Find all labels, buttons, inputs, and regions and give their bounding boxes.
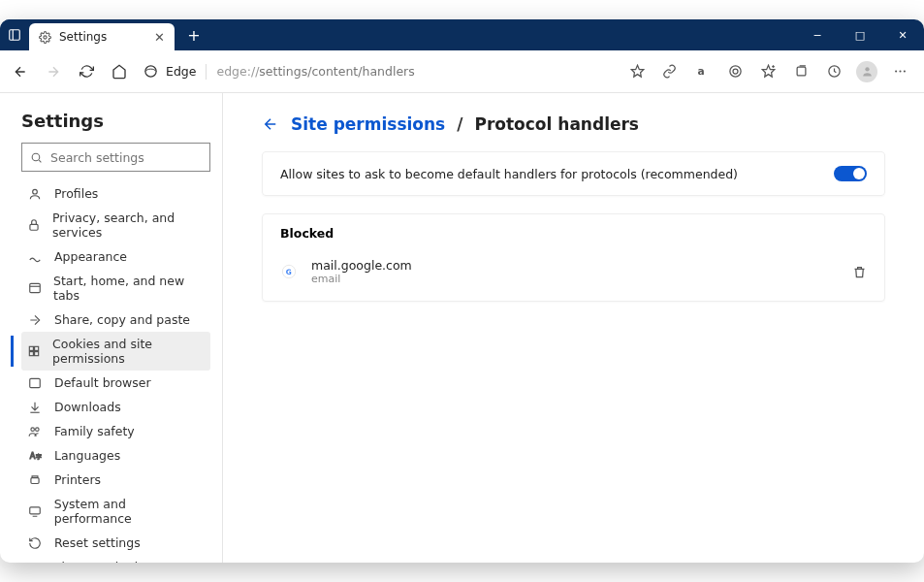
svg-rect-34 (30, 507, 41, 514)
sidebar-item-icon (27, 376, 43, 390)
main-panel: Site permissions / Protocol handlers All… (223, 93, 924, 563)
allow-handlers-toggle[interactable] (834, 166, 867, 181)
svg-point-3 (145, 66, 156, 77)
sidebar-item-icon (27, 473, 43, 487)
sidebar-item-family-safety[interactable]: Family safety (21, 419, 210, 443)
site-favicon: G (280, 263, 298, 280)
new-tab-button[interactable]: + (180, 21, 207, 48)
delete-site-button[interactable] (852, 265, 867, 279)
sidebar-item-icon (27, 344, 41, 358)
svg-point-7 (733, 69, 738, 74)
forward-button[interactable] (37, 55, 70, 88)
sidebar-item-label: Cookies and site permissions (52, 337, 205, 366)
sidebar-item-icon (27, 401, 43, 414)
svg-text:G: G (286, 268, 292, 276)
svg-text:A: A (30, 450, 36, 460)
sidebar-item-default-browser[interactable]: Default browser (21, 371, 210, 395)
extensions-icon[interactable] (718, 55, 751, 88)
sidebar-item-phone-and-other-devices[interactable]: Phone and other devices (21, 555, 210, 563)
more-menu-icon[interactable] (883, 55, 916, 88)
search-input[interactable] (21, 143, 210, 172)
sidebar-item-icon (27, 281, 42, 295)
favorites-icon[interactable] (751, 55, 784, 88)
sidebar-item-label: Privacy, search, and services (52, 210, 205, 240)
tab-title: Settings (59, 30, 107, 44)
sidebar-item-label: Share, copy and paste (54, 312, 190, 327)
breadcrumb-current: Protocol handlers (474, 114, 639, 134)
sidebar-item-label: Phone and other devices (54, 560, 205, 563)
favorites-star-icon[interactable] (630, 64, 645, 79)
blocked-section: Blocked Gmail.google.comemail (262, 213, 885, 302)
svg-point-6 (729, 66, 740, 77)
sidebar-item-label: Downloads (54, 400, 121, 414)
sidebar-item-label: Appearance (54, 249, 127, 264)
sidebar-item-icon (27, 536, 43, 550)
svg-point-20 (33, 189, 38, 194)
breadcrumb-link[interactable]: Site permissions (291, 114, 445, 134)
site-protocol: email (311, 273, 412, 285)
sidebar-item-icon (27, 425, 43, 438)
sidebar-title: Settings (21, 111, 210, 131)
svg-point-29 (31, 427, 35, 431)
sidebar-item-label: Family safety (54, 424, 135, 438)
site-host: mail.google.com (311, 258, 412, 273)
sidebar-item-share-copy-and-paste[interactable]: Share, copy and paste (21, 307, 210, 332)
gear-icon (39, 31, 51, 44)
profile-avatar[interactable] (850, 55, 883, 88)
content: Settings ProfilesPrivacy, search, and se… (0, 93, 924, 563)
close-tab-icon[interactable]: ✕ (154, 30, 165, 45)
svg-point-14 (865, 67, 869, 71)
link-icon[interactable] (653, 55, 685, 88)
sidebar-item-system-and-performance[interactable]: System and performance (21, 492, 210, 531)
sidebar-item-profiles[interactable]: Profiles (21, 181, 210, 206)
sidebar-item-privacy-search-and-services[interactable]: Privacy, search, and services (21, 206, 210, 244)
refresh-button[interactable] (70, 55, 103, 88)
tab-actions-icon[interactable] (0, 19, 29, 50)
sidebar-item-icon (27, 187, 43, 201)
read-aloud-icon[interactable]: a (685, 55, 718, 88)
edge-icon (143, 64, 158, 79)
home-button[interactable] (103, 55, 136, 88)
svg-text:字: 字 (36, 452, 42, 459)
sidebar-item-reset-settings[interactable]: Reset settings (21, 531, 210, 555)
sidebar-item-label: System and performance (54, 497, 205, 526)
svg-line-19 (39, 160, 41, 162)
breadcrumb-back-icon[interactable] (262, 115, 279, 133)
blocked-title: Blocked (280, 226, 867, 241)
sidebar-item-printers[interactable]: Printers (21, 468, 210, 492)
sidebar-item-label: Printers (54, 472, 101, 487)
address-bar[interactable]: Edge edge://settings/content/handlers (136, 57, 653, 86)
collections-icon[interactable] (784, 55, 817, 88)
svg-point-18 (32, 153, 40, 161)
svg-text:a: a (697, 65, 704, 78)
close-window-button[interactable]: ✕ (881, 19, 924, 50)
browser-tab-settings[interactable]: Settings ✕ (29, 23, 175, 50)
svg-marker-4 (631, 65, 644, 77)
back-button[interactable] (4, 55, 37, 88)
settings-sidebar: Settings ProfilesPrivacy, search, and se… (0, 93, 223, 563)
sidebar-item-label: Reset settings (54, 535, 141, 550)
sidebar-item-icon (27, 504, 43, 518)
sidebar-item-downloads[interactable]: Downloads (21, 395, 210, 419)
svg-rect-26 (29, 352, 33, 356)
maximize-button[interactable]: □ (839, 19, 881, 50)
sidebar-item-label: Start, home, and new tabs (53, 274, 205, 303)
svg-point-15 (895, 70, 897, 72)
sidebar-item-appearance[interactable]: Appearance (21, 244, 210, 269)
browser-window: Settings ✕ + ─ □ ✕ (0, 19, 924, 563)
setting-label: Allow sites to ask to become default han… (280, 167, 738, 181)
minimize-button[interactable]: ─ (796, 19, 839, 50)
svg-rect-28 (30, 378, 41, 387)
search-icon (30, 151, 43, 164)
svg-rect-21 (30, 224, 38, 230)
sidebar-item-start-home-and-new-tabs[interactable]: Start, home, and new tabs (21, 269, 210, 307)
svg-rect-25 (35, 346, 39, 350)
history-icon[interactable] (817, 55, 850, 88)
sidebar-item-cookies-and-site-permissions[interactable]: Cookies and site permissions (21, 332, 210, 371)
svg-point-2 (44, 35, 47, 38)
sidebar-item-icon (27, 250, 43, 264)
svg-rect-22 (29, 283, 40, 292)
sidebar-item-icon: A字 (27, 449, 43, 463)
sidebar-item-languages[interactable]: A字Languages (21, 443, 210, 468)
protocol-handlers-toggle-row: Allow sites to ask to become default han… (262, 151, 885, 196)
